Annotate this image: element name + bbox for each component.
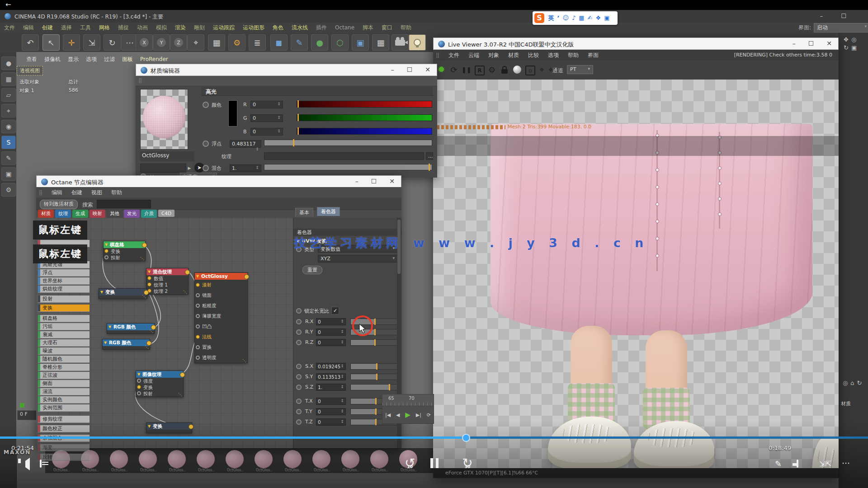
R.X-value[interactable]: 0↕ [316,318,346,325]
R.Z-value[interactable]: 0↕ [316,339,346,346]
node-input-dot[interactable] [147,282,151,286]
render-settings-icon[interactable]: ⚙ [486,64,497,75]
live-viewer-menu-item-5[interactable]: 选项 [543,50,563,61]
node-list-item-世界坐标[interactable]: 世界坐标 [38,277,90,285]
lock-mode-icon[interactable]: ▣ [1,167,16,181]
node-resize-handle[interactable]: ⋱ [149,329,153,333]
knob-icon[interactable] [296,364,302,369]
viewport-menu-item-5[interactable]: 面板 [118,55,137,64]
pen-mode-icon[interactable]: ✎ [1,151,16,165]
mix-slider[interactable] [264,164,432,170]
viewport-menu-item-0[interactable]: 查看 [23,55,41,64]
knob-icon[interactable] [296,374,302,380]
lock-resolution-icon[interactable] [499,64,510,75]
toolbox-icon[interactable]: ▣ [604,14,609,21]
node-tab-C4D[interactable]: C4D [158,210,175,217]
node-list-item-实例范围[interactable]: 实例范围 [38,404,90,412]
node-input-dot[interactable] [196,304,200,308]
c4d-window-controls[interactable]: – ☐ [820,13,854,19]
node-input-dot[interactable] [147,276,151,280]
viewport-view-tag[interactable]: 透视视图 [17,66,43,75]
color-swatch[interactable] [228,100,237,127]
material-editor-grip[interactable]: ⣿ [136,76,437,86]
c4d-menu-item-11[interactable]: 运动跟踪 [209,23,239,33]
node-resize-handle[interactable]: ⋱ [140,256,144,261]
tab-basic[interactable]: 基本 [295,208,313,217]
light-icon[interactable] [409,34,426,51]
axis-dropdown[interactable]: XYZ▾ [318,255,397,263]
viewport-nav-icons-small[interactable]: ◎⌂↻ [843,380,865,386]
R-gradient-slider[interactable] [297,101,432,108]
volume-icon[interactable]: ▣ [352,34,369,51]
graph-node-图像纹理[interactable]: 图像纹理▼强度变换投射⋱ [136,371,184,397]
node-editor-menu-item-2[interactable]: 视图 [87,187,107,198]
tab-shader[interactable]: 着色器 [317,207,340,216]
camera-icon[interactable] [392,34,409,51]
node-list-item-噪波[interactable]: 噪波 [38,347,90,355]
node-editor-titlebar[interactable]: Octane 节点编辑器 –☐✕ [36,175,401,188]
graph-node-OctGlossy[interactable]: OctGlossy▼漫射镜面粗糙度薄膜宽度凹凸法线置换透明度⋱ [194,272,248,363]
c4d-menu-item-18[interactable]: 窗口 [377,23,396,33]
live-viewer-menu-item-2[interactable]: 对象 [484,50,504,61]
node-list-item-正弦波[interactable]: 正弦波 [38,372,90,379]
coord-system-icon[interactable]: ⌖ [187,34,204,51]
player-progress-bar[interactable] [0,436,868,439]
node-list-item-随机颜色[interactable]: 随机颜色 [38,356,90,363]
pause-render-icon[interactable]: ❚❚ [461,64,472,75]
live-viewer-menu-item-3[interactable]: 材质 [504,50,524,61]
c4d-menu-item-6[interactable]: 捕捉 [114,23,133,33]
node-input-dot[interactable] [104,249,108,253]
node-tab-生成[interactable]: 生成 [72,210,88,218]
node-input-dot[interactable] [196,314,200,318]
c4d-menu-item-5[interactable]: 网格 [95,23,114,33]
live-viewer-menu-item-0[interactable]: 文件 [444,50,464,61]
rewind-10-icon[interactable]: ↺10 [405,455,415,470]
knob-icon[interactable] [296,329,302,335]
node-tab-纹理[interactable]: 纹理 [55,210,71,218]
c4d-menu-item-2[interactable]: 创建 [38,23,57,33]
graph-node-混合纹理[interactable]: 混合纹理▼数值纹理 1纹理 2⋱ [146,268,189,295]
render-queue-icon[interactable]: ≣ [249,34,266,51]
node-input-dot[interactable] [196,293,200,297]
material-name[interactable]: OctGlossy [140,151,194,161]
render-view[interactable]: Mesh:2 Tris:399 Movable:183. 0.0 [433,80,839,468]
node-output-dot[interactable] [142,243,147,248]
S.Y-value[interactable]: 0.113513↕ [316,373,346,380]
settings-mode-icon[interactable]: ⚙ [1,183,16,197]
node-tab-材质[interactable]: 材质 [38,210,54,218]
voice-input-icon[interactable]: ♪ [572,14,576,21]
c4d-menu-item-0[interactable]: 文件 [0,23,19,33]
c4d-menu-item-13[interactable]: 角色 [269,23,288,33]
node-input-dot[interactable] [104,255,108,259]
node-editor-menu-item-1[interactable]: 创建 [67,187,87,198]
render-view-icon[interactable]: ▦ [208,34,225,51]
material-ball-icon[interactable] [512,64,523,75]
octane-logo-icon[interactable]: ✹ [436,64,447,75]
spline-pen-icon[interactable]: ✎ [291,34,308,51]
sogou-logo-icon[interactable]: S [534,13,544,23]
axis-mode-icon[interactable]: ⌖ [1,104,16,117]
T.Y-value[interactable]: 0↕ [316,408,346,415]
live-viewer-menu-item-1[interactable]: 云端 [464,50,484,61]
float-knob-icon[interactable] [203,141,209,147]
c4d-menu-item-4[interactable]: 工具 [76,23,95,33]
mix-knob-icon[interactable] [203,165,209,171]
c4d-menu-item-10[interactable]: 雕刻 [190,23,209,33]
R.Y-value[interactable]: 0↕ [316,328,346,336]
node-input-dot[interactable] [196,345,200,349]
node-input-dot[interactable] [137,385,141,389]
T.X-value[interactable]: 0↕ [316,398,346,405]
node-resize-handle[interactable]: ⋱ [183,290,187,294]
axis-z-icon[interactable]: Z [170,34,187,51]
reset-button[interactable]: 重置 [302,266,322,274]
search-input[interactable] [97,200,151,208]
viewport-menu-item-3[interactable]: 选项 [82,55,100,64]
node-list-item-投射[interactable]: 投射 [38,296,90,303]
knob-icon[interactable] [296,399,302,404]
S.X-value[interactable]: 0.019245↕ [316,363,346,370]
node-list-item-污垢[interactable]: 污垢 [38,323,90,330]
node-list-item-浮点[interactable]: 浮点 [38,269,90,277]
node-list-item-脊椎分形[interactable]: 脊椎分形 [38,364,90,371]
annotate-pencil-icon[interactable]: ✎ [775,459,782,469]
node-resize-handle[interactable]: ⋱ [145,345,149,349]
